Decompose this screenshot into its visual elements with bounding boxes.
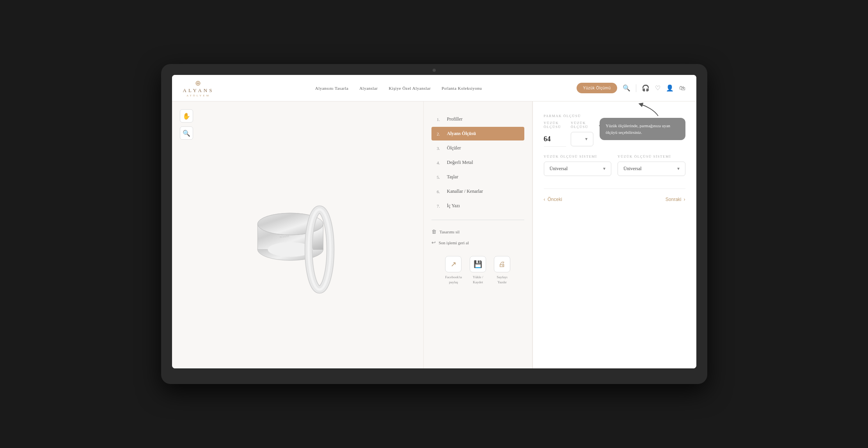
main-content: ✋ 🔍 [172,101,696,368]
system-label-2: YÜZÜK ÖLÇÜSÜ SİSTEMİ [618,155,685,158]
tooltip-arrow-svg [639,102,662,118]
step-2-num: 2. [437,132,443,136]
user-icon[interactable]: 👤 [666,84,674,92]
tooltip-bubble: Yüzük ölçülerinde, parmağınıza uyan ölçü… [600,118,685,140]
nav-item-alyanslar[interactable]: Alyanslar [359,86,378,91]
ring-size-dropdown-2[interactable]: ▾ [571,132,593,146]
system-field-1: YÜZÜK ÖLÇÜSÜ SİSTEMİ Üniversal ▾ [544,155,612,176]
step-6-num: 6. [437,189,443,194]
system-dropdown-1-arrow: ▾ [603,166,605,172]
search-icon[interactable]: 🔍 [623,84,630,92]
nav-item-tasarla[interactable]: Alyansını Tasarla [315,86,348,91]
facebook-share-icon: ↗ [445,256,462,272]
steps-divider [431,220,524,220]
delete-design-button[interactable]: 🗑 Tasarımı sil [431,226,524,237]
next-button[interactable]: Sonraki › [666,197,685,202]
print-label: SayfayıYazdır [497,275,508,284]
panel-tools: ✋ 🔍 [180,109,193,140]
tooltip-text: Yüzük ölçülerinde, parmağınıza uyan ölçü… [606,123,671,135]
step-7-num: 7. [437,204,443,208]
step-3-num: 3. [437,146,443,151]
ring-size-label-1: YÜZÜK ÖLÇÜSÜ [544,121,566,129]
screen: ⊕ ALYANS ATÖLYEM Alyansını Tasarla Alyan… [172,75,696,368]
step-1-num: 1. [437,117,443,122]
system-field-2: YÜZÜK ÖLÇÜSÜ SİSTEMİ Üniversal ▾ [618,155,685,176]
system-dropdown-2-value: Üniversal [623,166,642,172]
step-7-ic-yazi[interactable]: 7. İç Yazı [431,199,524,213]
logo-rings: ⊕ [195,79,202,87]
delete-design-label: Tasarımı sil [440,229,460,234]
ring-size-value-1: 64 [544,132,566,147]
next-chevron: › [684,197,685,202]
logo-name: ALYANS [183,87,214,94]
system-dropdown-1-value: Üniversal [550,166,568,172]
system-dropdown-2[interactable]: Üniversal ▾ [618,162,685,176]
prev-label: Önceki [548,197,562,202]
header-actions: Yüzük Ölçümü 🔍 🎧 ♡ 👤 🛍 [577,83,685,93]
step-5-label: Taşlar [447,174,458,180]
step-1-label: Profiller [447,116,463,122]
save-button[interactable]: 💾 Yükle /Kaydet [470,256,486,284]
steps-panel: 1. Profiller 2. Alyans Ölçüsü 3. Ölçüler… [423,101,533,368]
step-6-label: Kanallar / Kenarlar [447,188,483,194]
heart-icon[interactable]: ♡ [655,84,660,92]
logo-subtitle: ATÖLYEM [186,94,210,97]
nav-item-kisisel[interactable]: Kişiye Özel Alyanslar [389,86,431,91]
system-dropdown-2-arrow: ▾ [677,166,680,172]
cart-icon[interactable]: 🛍 [679,85,685,92]
system-label-1: YÜZÜK ÖLÇÜSÜ SİSTEMİ [544,155,612,158]
delete-icon: 🗑 [431,229,437,235]
config-navigation: ‹ Önceki Sonraki › [544,188,685,202]
ring-size-dropdown-2-arrow: ▾ [585,136,588,142]
print-button[interactable]: 🖨 SayfayıYazdır [494,256,510,284]
step-4-degerli-metal[interactable]: 4. Değerli Metal [431,156,524,169]
step-2-alyans-olcusu[interactable]: 2. Alyans Ölçüsü [431,127,524,140]
prev-button[interactable]: ‹ Önceki [544,197,562,202]
header: ⊕ ALYANS ATÖLYEM Alyansını Tasarla Alyan… [172,75,696,101]
system-dropdown-1[interactable]: Üniversal ▾ [544,162,612,176]
step-1-profiller[interactable]: 1. Profiller [431,112,524,126]
device-frame: ⊕ ALYANS ATÖLYEM Alyansını Tasarla Alyan… [161,64,707,384]
undo-icon: ↩ [431,240,436,246]
next-label: Sonraki [666,197,682,202]
save-label: Yükle /Kaydet [473,275,483,284]
step-4-num: 4. [437,160,443,165]
step-5-taslar[interactable]: 5. Taşlar [431,170,524,184]
facebook-share-button[interactable]: ↗ Facebook'tapaylaş [445,256,462,284]
hand-tool-button[interactable]: ✋ [180,109,193,123]
step-4-label: Değerli Metal [447,160,473,165]
ring-image: ALYANS [243,172,352,297]
zoom-tool-button[interactable]: 🔍 [180,126,193,140]
step-3-label: Ölçüler [447,145,461,151]
undo-button[interactable]: ↩ Son işlemi geri al [431,237,524,248]
nav-item-pirlanta[interactable]: Pırlanta Koleksiyonu [442,86,482,91]
social-actions: ↗ Facebook'tapaylaş 💾 Yükle /Kaydet 🖨 Sa… [431,256,524,284]
facebook-share-label: Facebook'tapaylaş [445,275,462,284]
header-divider [636,84,636,92]
step-2-label: Alyans Ölçüsü [447,131,476,137]
step-6-kanallar[interactable]: 6. Kanallar / Kenarlar [431,185,524,198]
parmak-olcusu-label: Parmak Ölçüsü [544,114,593,118]
main-nav: Alyansını Tasarla Alyanslar Kişiye Özel … [233,86,564,91]
step-3-olculer[interactable]: 3. Ölçüler [431,141,524,155]
step-7-label: İç Yazı [447,203,460,209]
ring-size-button[interactable]: Yüzük Ölçümü [577,83,617,93]
system-row: YÜZÜK ÖLÇÜSÜ SİSTEMİ Üniversal ▾ YÜZÜK Ö… [544,155,685,176]
prev-chevron: ‹ [544,197,545,202]
step-5-num: 5. [437,175,443,180]
logo: ⊕ ALYANS ATÖLYEM [183,79,214,97]
ring-size-label-2: YÜZÜK ÖLÇÜSÜ [571,121,593,129]
undo-label: Son işlemi geri al [439,240,469,245]
product-panel: ✋ 🔍 [172,101,423,368]
save-icon: 💾 [470,256,486,272]
config-panel: Parmak Ölçüsü YÜZÜK ÖLÇÜSÜ 64 YÜZÜK ÖLÇÜ… [533,101,696,368]
headset-icon[interactable]: 🎧 [642,84,650,92]
print-icon: 🖨 [494,256,510,272]
